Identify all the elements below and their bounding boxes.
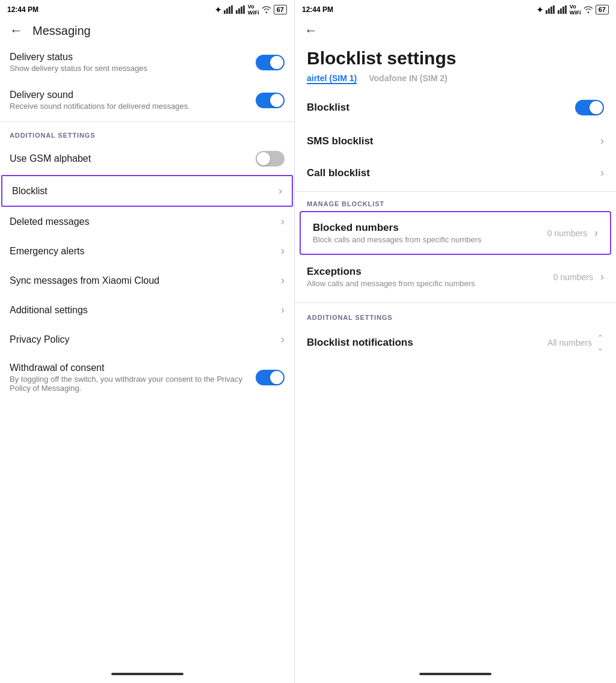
sync-xiaomi-title: Sync messages from Xiaomi Cloud [10, 275, 276, 286]
delivery-sound-title: Delivery sound [10, 90, 256, 100]
blocklist-notifications-dropdown-icon[interactable]: ⌃⌄ [597, 333, 604, 352]
vowifi-icon: VoWiFi [248, 4, 259, 16]
left-bottom-bar [0, 669, 294, 683]
sms-blocklist-item[interactable]: SMS blocklist › [295, 125, 616, 157]
privacy-policy-item[interactable]: Privacy Policy › [0, 325, 294, 354]
exceptions-item[interactable]: Exceptions Allow calls and messages from… [295, 256, 616, 298]
left-panel: 12:44 PM ✦ VoWiFi 67 [0, 0, 295, 683]
svg-rect-7 [243, 5, 245, 14]
use-gsm-item[interactable]: Use GSM alphabet [0, 142, 294, 175]
left-status-bar: 12:44 PM ✦ VoWiFi 67 [0, 0, 294, 18]
blocklist-item[interactable]: Blocklist › [2, 176, 292, 206]
right-signal-icon [546, 5, 555, 14]
blocklist-notifications-item[interactable]: Blocklist notifications All numbers ⌃⌄ [295, 323, 616, 362]
right-panel: 12:44 PM ✦ VoWiFi 67 [295, 0, 616, 683]
svg-rect-15 [565, 5, 567, 14]
right-blocklist-toggle-item[interactable]: Blocklist [295, 90, 616, 125]
deleted-messages-title: Deleted messages [10, 216, 276, 227]
blocked-numbers-title: Blocked numbers [313, 222, 547, 234]
delivery-sound-item[interactable]: Delivery sound Receive sound notificatio… [0, 81, 294, 119]
svg-rect-10 [550, 7, 552, 14]
manage-blocklist-header: MANAGE BLOCKLIST [295, 194, 616, 210]
blocklist-notifications-title: Blocklist notifications [307, 337, 547, 349]
additional-settings-chevron: › [281, 304, 285, 316]
emergency-alerts-title: Emergency alerts [10, 246, 276, 257]
svg-rect-2 [229, 7, 230, 14]
right-back-button[interactable]: ← [304, 23, 318, 38]
sync-xiaomi-item[interactable]: Sync messages from Xiaomi Cloud › [0, 266, 294, 295]
use-gsm-toggle[interactable] [256, 151, 285, 167]
blocklist-title-left: Blocklist [12, 186, 274, 197]
sim-tabs: airtel (SIM 1) Vodafone IN (SIM 2) [295, 71, 616, 90]
left-page-title: Messaging [32, 24, 91, 38]
sim2-tab[interactable]: Vodafone IN (SIM 2) [369, 73, 447, 84]
delivery-status-item[interactable]: Delivery status Show delivery status for… [0, 43, 294, 81]
sync-xiaomi-chevron: › [281, 274, 285, 287]
right-bluetooth-icon: ✦ [537, 5, 543, 14]
wifi-icon [262, 6, 271, 13]
use-gsm-knob [257, 152, 270, 165]
withdrawal-title: Withdrawal of consent [10, 363, 248, 373]
right-time: 12:44 PM [302, 5, 333, 14]
emergency-alerts-chevron: › [281, 245, 285, 257]
emergency-alerts-item[interactable]: Emergency alerts › [0, 236, 294, 266]
right-bottom-bar [295, 669, 616, 683]
blocklist-highlighted-container: Blocklist › [1, 175, 293, 207]
svg-rect-12 [558, 10, 559, 14]
sms-blocklist-chevron: › [600, 135, 604, 147]
withdrawal-subtitle: By toggling off the switch, you withdraw… [10, 375, 248, 393]
additional-settings-title: Additional settings [10, 305, 276, 316]
delivery-sound-knob [270, 94, 283, 107]
svg-rect-9 [548, 8, 550, 14]
privacy-policy-chevron: › [281, 333, 285, 346]
left-top-bar: ← Messaging [0, 18, 294, 43]
sim1-tab[interactable]: airtel (SIM 1) [307, 73, 357, 84]
left-divider-1 [0, 121, 294, 122]
left-status-icons: ✦ VoWiFi 67 [215, 4, 287, 16]
svg-rect-4 [236, 10, 238, 14]
blocklist-chevron: › [279, 185, 282, 197]
battery-icon: 67 [274, 5, 287, 14]
exceptions-subtitle: Allow calls and messages from specific n… [307, 279, 553, 288]
right-blocklist-toggle[interactable] [575, 100, 604, 115]
right-divider-1 [295, 191, 616, 192]
right-blocklist-knob [590, 101, 603, 114]
svg-rect-13 [560, 8, 562, 14]
svg-rect-1 [226, 8, 228, 14]
call-blocklist-item[interactable]: Call blocklist › [295, 157, 616, 189]
right-vowifi-icon: VoWiFi [570, 4, 581, 16]
svg-rect-11 [553, 5, 555, 14]
right-divider-2 [295, 302, 616, 303]
privacy-policy-title: Privacy Policy [10, 334, 276, 345]
signal2-icon [236, 5, 245, 14]
withdrawal-toggle[interactable] [256, 370, 285, 385]
left-scroll: Delivery status Show delivery status for… [0, 43, 294, 669]
delivery-status-title: Delivery status [10, 52, 256, 63]
delivery-sound-toggle[interactable] [256, 93, 285, 108]
delivery-status-subtitle: Show delivery status for sent messages [10, 64, 256, 73]
blocked-numbers-item[interactable]: Blocked numbers Block calls and messages… [301, 212, 610, 254]
additional-settings-header: ADDITIONAL SETTINGS [0, 124, 294, 142]
sms-blocklist-title: SMS blocklist [307, 135, 596, 147]
right-status-icons: ✦ VoWiFi 67 [537, 4, 609, 16]
withdrawal-item[interactable]: Withdrawal of consent By toggling off th… [0, 354, 294, 401]
right-top-bar: ← [295, 18, 616, 43]
blocked-numbers-count: 0 numbers [547, 228, 587, 238]
deleted-messages-item[interactable]: Deleted messages › [0, 207, 294, 236]
delivery-status-toggle[interactable] [256, 55, 285, 70]
svg-rect-3 [231, 5, 233, 14]
call-blocklist-chevron: › [600, 167, 604, 179]
deleted-messages-chevron: › [281, 215, 285, 228]
blocklist-notifications-value: All numbers [547, 338, 592, 348]
left-time: 12:44 PM [7, 5, 38, 14]
right-home-indicator [419, 673, 491, 675]
additional-settings-item[interactable]: Additional settings › [0, 295, 294, 325]
right-signal2-icon [558, 5, 567, 14]
exceptions-count: 0 numbers [553, 272, 593, 282]
blocked-numbers-highlighted: Blocked numbers Block calls and messages… [300, 211, 611, 255]
blocklist-page-title: Blocklist settings [295, 43, 616, 71]
svg-rect-6 [241, 7, 242, 14]
left-home-indicator [111, 673, 183, 675]
right-battery-icon: 67 [596, 5, 609, 14]
left-back-button[interactable]: ← [10, 23, 23, 38]
